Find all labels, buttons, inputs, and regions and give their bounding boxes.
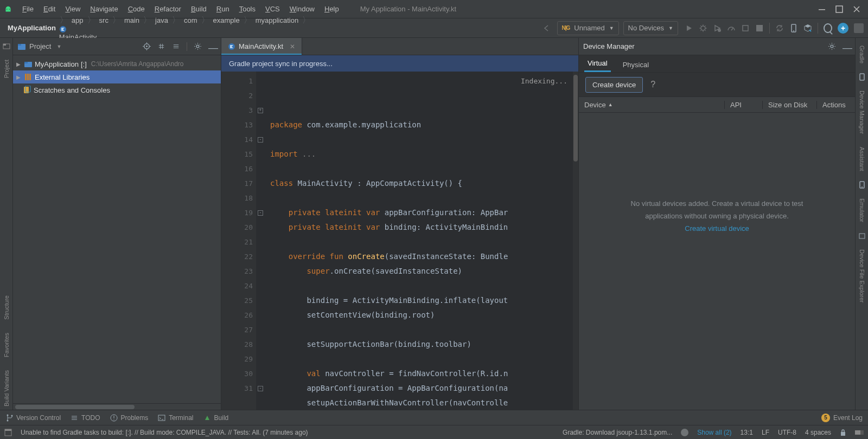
code-line[interactable]: appBarConfiguration = AppBarConfiguratio… xyxy=(270,381,573,396)
menu-navigate[interactable]: Navigate xyxy=(85,3,123,15)
code-line[interactable]: override fun onCreate(savedInstanceState… xyxy=(270,249,573,264)
code-line[interactable]: binding = ActivityMainBinding.inflate(la… xyxy=(270,293,573,308)
menu-run[interactable]: Run xyxy=(212,3,234,15)
fold-strip[interactable]: +--- xyxy=(256,72,265,410)
hide-panel-icon[interactable]: — xyxy=(843,42,851,50)
device-manager-strip-icon[interactable] xyxy=(858,73,866,81)
add-configuration-button[interactable]: + xyxy=(838,23,848,34)
breadcrumb-src[interactable]: src xyxy=(96,15,112,25)
tab-virtual[interactable]: Virtual xyxy=(584,56,611,72)
help-icon[interactable]: ? xyxy=(650,80,655,89)
code-line[interactable]: setupActionBarWithNavController(navContr… xyxy=(270,396,573,410)
tree-row-external-libraries[interactable]: ▶ External Libraries xyxy=(13,70,221,83)
version-control-tool[interactable]: Version Control xyxy=(5,414,61,422)
maximize-icon[interactable] xyxy=(835,5,843,13)
menu-tools[interactable]: Tools xyxy=(234,3,260,15)
breadcrumb-root[interactable]: MyApplication xyxy=(4,23,59,33)
fold-toggle-icon[interactable]: - xyxy=(258,137,263,143)
profiler-icon[interactable] xyxy=(727,24,736,33)
breadcrumb-myapplication[interactable]: myapplication xyxy=(252,15,302,25)
ide-settings-icon[interactable] xyxy=(854,23,864,33)
code-line[interactable] xyxy=(270,322,573,337)
menu-file[interactable]: File xyxy=(17,3,39,15)
stop-background-task-icon[interactable] xyxy=(681,429,688,436)
code-line[interactable]: super.onCreate(savedInstanceState) xyxy=(270,264,573,279)
back-arrow-icon[interactable] xyxy=(538,24,555,33)
editor-tab-mainactivity[interactable]: MainActivity.kt ✕ xyxy=(221,38,302,55)
fold-toggle-icon[interactable]: - xyxy=(258,386,263,391)
left-strip-structure[interactable]: Structure xyxy=(3,292,10,323)
code-editor[interactable]: Indexing... package com.example.myapplic… xyxy=(265,72,573,410)
project-tree-h-scrollbar[interactable] xyxy=(13,403,221,410)
code-line[interactable] xyxy=(270,352,573,366)
hide-panel-icon[interactable]: — xyxy=(208,42,216,50)
indent-indicator[interactable]: 4 spaces xyxy=(805,429,831,436)
right-strip-file-explorer[interactable]: Device File Explorer xyxy=(859,246,865,306)
gear-icon[interactable] xyxy=(828,42,836,50)
device-selector-dropdown[interactable]: No Devices ▼ xyxy=(623,21,678,35)
menu-window[interactable]: Window xyxy=(285,3,320,15)
show-all-tasks-link[interactable]: Show all (2) xyxy=(697,429,731,436)
close-tab-icon[interactable]: ✕ xyxy=(290,43,295,50)
left-strip-favorites[interactable]: Favorites xyxy=(3,330,10,360)
col-device[interactable]: Device ▲ xyxy=(579,101,725,109)
project-panel-title[interactable]: Project xyxy=(29,42,51,50)
breadcrumb-main[interactable]: main xyxy=(121,15,143,25)
col-size[interactable]: Size on Disk xyxy=(763,101,817,109)
project-tree[interactable]: ▶ MyApplication [:] C:\Users\Amrita Anga… xyxy=(13,55,221,403)
fold-toggle-icon[interactable]: - xyxy=(258,210,263,216)
left-strip-build-variants[interactable]: Build Variants xyxy=(3,367,10,410)
emulator-strip-icon[interactable] xyxy=(858,181,866,189)
file-explorer-strip-icon[interactable] xyxy=(858,232,866,240)
search-icon[interactable] xyxy=(824,24,832,33)
right-strip-assistant[interactable]: Assistant xyxy=(859,144,865,175)
code-line[interactable]: private lateinit var appBarConfiguration… xyxy=(270,205,573,220)
code-line[interactable]: package com.example.myapplication xyxy=(270,118,573,132)
right-strip-gradle[interactable]: Gradle xyxy=(859,42,865,67)
terminal-tool[interactable]: Terminal xyxy=(158,414,193,422)
tree-row-root[interactable]: ▶ MyApplication [:] C:\Users\Amrita Anga… xyxy=(13,57,221,70)
chevron-right-icon[interactable]: ▶ xyxy=(15,74,22,80)
menu-help[interactable]: Help xyxy=(320,3,344,15)
line-separator-indicator[interactable]: LF xyxy=(762,429,769,436)
expand-all-icon[interactable] xyxy=(157,42,165,50)
run-configuration-dropdown[interactable]: Unnamed ▼ xyxy=(557,21,619,35)
sdk-manager-icon[interactable] xyxy=(803,24,812,33)
coverage-icon[interactable] xyxy=(713,24,722,33)
sync-gradle-icon[interactable] xyxy=(775,24,784,33)
code-line[interactable]: val navController = findNavController(R.… xyxy=(270,366,573,381)
code-line[interactable]: class MainActivity : AppCompatActivity()… xyxy=(270,176,573,191)
code-line[interactable] xyxy=(270,235,573,249)
avd-manager-icon[interactable] xyxy=(789,24,798,33)
line-column-indicator[interactable]: 13:1 xyxy=(741,429,753,436)
menu-refactor[interactable]: Refactor xyxy=(150,3,186,15)
attach-debugger-icon[interactable] xyxy=(741,24,750,33)
code-line[interactable] xyxy=(270,162,573,176)
close-icon[interactable] xyxy=(853,5,860,13)
breadcrumb-com[interactable]: com xyxy=(181,15,201,25)
build-tool[interactable]: Build xyxy=(203,414,229,422)
right-strip-emulator[interactable]: Emulator xyxy=(859,195,865,225)
code-line[interactable] xyxy=(270,279,573,293)
breadcrumb-example[interactable]: example xyxy=(210,15,243,25)
project-strip-icon[interactable] xyxy=(3,42,10,50)
collapse-all-icon[interactable] xyxy=(172,42,180,50)
menu-view[interactable]: View xyxy=(60,3,85,15)
chevron-down-icon[interactable]: ▼ xyxy=(56,44,61,49)
chevron-right-icon[interactable]: ▶ xyxy=(15,61,22,67)
status-hide-icon[interactable] xyxy=(4,429,12,436)
problems-tool[interactable]: Problems xyxy=(110,414,149,422)
locate-icon[interactable] xyxy=(143,42,151,50)
menu-edit[interactable]: Edit xyxy=(39,3,60,15)
code-line[interactable]: setSupportActionBar(binding.toolbar) xyxy=(270,337,573,352)
menu-build[interactable]: Build xyxy=(186,3,212,15)
create-virtual-device-link[interactable]: Create virtual device xyxy=(685,224,749,233)
gear-icon[interactable] xyxy=(194,42,202,50)
code-line[interactable] xyxy=(270,191,573,205)
code-line[interactable]: setContentView(binding.root) xyxy=(270,308,573,322)
breadcrumb-java[interactable]: java xyxy=(152,15,171,25)
menu-code[interactable]: Code xyxy=(123,3,150,15)
todo-tool[interactable]: TODO xyxy=(71,414,100,422)
debug-icon[interactable] xyxy=(699,24,707,33)
code-line[interactable] xyxy=(270,132,573,147)
